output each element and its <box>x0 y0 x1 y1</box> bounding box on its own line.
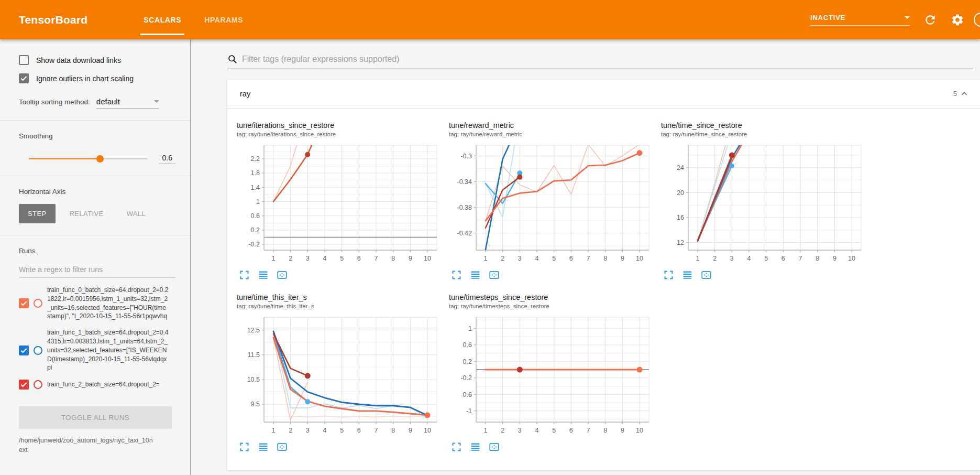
svg-text:7: 7 <box>587 255 590 262</box>
svg-text:9: 9 <box>621 255 624 262</box>
run-checkbox[interactable] <box>19 298 29 308</box>
data-table-icon[interactable] <box>470 269 481 280</box>
axis-step-button[interactable]: STEP <box>19 204 56 223</box>
fit-domain-icon[interactable] <box>489 441 500 452</box>
svg-text:5: 5 <box>552 255 556 262</box>
caret-down-icon <box>905 16 910 19</box>
svg-text:3: 3 <box>518 255 522 262</box>
chart-title: tune/time_this_iter_s <box>237 293 449 301</box>
fullscreen-icon[interactable] <box>239 441 250 452</box>
gear-icon[interactable] <box>951 13 964 27</box>
svg-text:1: 1 <box>483 427 487 434</box>
svg-text:24: 24 <box>677 164 684 171</box>
line-chart[interactable]: 2420161212345678910 <box>661 143 866 267</box>
run-name: train_func_0_batch_size=64,dropout_2=0.2… <box>47 286 169 321</box>
chart-card: tune/time_this_iter_s tag: ray/tune/time… <box>237 293 449 452</box>
line-chart[interactable]: -0.3-0.34-0.38-0.4212345678910 <box>449 143 654 267</box>
smoothing-slider[interactable] <box>29 158 148 159</box>
svg-text:-0.34: -0.34 <box>457 178 472 186</box>
data-table-icon[interactable] <box>682 269 693 280</box>
svg-text:2.2: 2.2 <box>251 155 260 163</box>
ray-card-header[interactable]: ray 5 <box>227 80 980 109</box>
svg-text:4: 4 <box>535 427 539 434</box>
svg-text:0.6: 0.6 <box>463 341 472 349</box>
fullscreen-icon[interactable] <box>451 441 462 452</box>
data-table-icon[interactable] <box>258 441 269 452</box>
svg-text:8: 8 <box>816 255 819 262</box>
svg-text:12: 12 <box>677 239 684 246</box>
fit-domain-icon[interactable] <box>277 269 288 280</box>
tab-scalars[interactable]: SCALARS <box>132 0 193 39</box>
svg-text:5: 5 <box>764 255 768 262</box>
svg-text:0.6: 0.6 <box>251 212 260 220</box>
caret-down-icon <box>154 100 159 103</box>
chart-toolbar <box>661 269 873 280</box>
svg-text:-0.6: -0.6 <box>460 391 472 398</box>
svg-text:2: 2 <box>501 427 504 434</box>
svg-text:-0.2: -0.2 <box>460 374 472 382</box>
fit-domain-icon[interactable] <box>701 269 712 280</box>
data-table-icon[interactable] <box>258 269 269 280</box>
refresh-icon[interactable] <box>923 13 937 27</box>
svg-text:8: 8 <box>603 427 607 434</box>
axis-wall-button[interactable]: WALL <box>118 204 155 223</box>
toggle-all-runs-button[interactable]: TOGGLE ALL RUNS <box>19 406 172 429</box>
runs-filter-input[interactable] <box>19 262 175 277</box>
line-chart[interactable]: 10.60.2-0.2-0.6-112345678910 <box>449 315 654 439</box>
reload-status-select[interactable]: INACTIVE <box>810 14 910 26</box>
svg-text:1: 1 <box>271 427 275 434</box>
run-checkbox[interactable] <box>19 346 29 355</box>
ray-card: ray 5 tune/iterations_since_restore tag:… <box>227 80 980 470</box>
run-radio[interactable] <box>34 380 42 389</box>
reload-status-value: INACTIVE <box>810 14 845 21</box>
svg-text:11.5: 11.5 <box>248 351 260 359</box>
line-chart[interactable]: 2.21.81.410.60.2-0.212345678910 <box>237 143 442 267</box>
fullscreen-icon[interactable] <box>663 269 674 280</box>
chart-toolbar <box>237 441 449 452</box>
svg-text:-0.42: -0.42 <box>457 230 472 237</box>
svg-text:10: 10 <box>424 427 431 434</box>
chevron-up-icon[interactable] <box>960 90 968 98</box>
svg-text:2: 2 <box>289 255 292 262</box>
chart-card: tune/time_since_restore tag: ray/tune/ti… <box>661 121 873 280</box>
fullscreen-icon[interactable] <box>451 269 462 280</box>
slider-thumb[interactable] <box>96 155 104 163</box>
svg-text:-0.2: -0.2 <box>248 241 260 248</box>
tooltip-sorting-label: Tooltip sorting method: <box>19 98 90 106</box>
svg-text:9.5: 9.5 <box>251 401 260 408</box>
checkbox-show-download-links[interactable]: Show data download links <box>19 55 175 65</box>
settings-sidebar: Show data download links Ignore outliers… <box>0 39 191 475</box>
run-row[interactable]: train_func_0_batch_size=64,dropout_2=0.2… <box>19 286 175 321</box>
svg-text:4: 4 <box>747 255 751 262</box>
svg-text:-1: -1 <box>466 407 472 415</box>
run-row[interactable]: train_func_1_batch_size=64,dropout_2=0.4… <box>19 328 175 372</box>
svg-text:4: 4 <box>323 255 327 262</box>
svg-text:1: 1 <box>468 325 472 332</box>
svg-text:8: 8 <box>391 427 395 434</box>
svg-text:5: 5 <box>552 427 556 434</box>
svg-text:5: 5 <box>340 255 344 262</box>
line-chart[interactable]: 12.511.510.59.512345678910 <box>237 315 442 439</box>
charts-grid: tune/iterations_since_restore tag: ray/t… <box>227 109 980 470</box>
run-radio[interactable] <box>34 299 42 308</box>
checkbox-ignore-outliers[interactable]: Ignore outliers in chart scaling <box>19 73 175 83</box>
tab-hparams[interactable]: HPARAMS <box>193 0 255 39</box>
tooltip-sorting-select[interactable]: default <box>96 97 159 109</box>
chart-title: tune/iterations_since_restore <box>237 121 449 129</box>
chart-count: 5 <box>953 90 957 98</box>
fit-domain-icon[interactable] <box>489 269 500 280</box>
run-checkbox[interactable] <box>19 380 29 390</box>
tag-filter-input[interactable] <box>242 55 973 64</box>
fit-domain-icon[interactable] <box>277 441 288 452</box>
fullscreen-icon[interactable] <box>239 269 250 280</box>
run-name: train_func_2_batch_size=64,dropout_2= <box>47 380 169 389</box>
svg-text:1: 1 <box>271 255 275 262</box>
axis-relative-button[interactable]: RELATIVE <box>61 204 113 223</box>
svg-text:1.4: 1.4 <box>251 184 260 191</box>
run-row[interactable]: train_func_2_batch_size=64,dropout_2= <box>19 380 175 390</box>
svg-text:7: 7 <box>375 427 378 434</box>
svg-text:10: 10 <box>424 255 431 262</box>
data-table-icon[interactable] <box>470 441 481 452</box>
svg-text:9: 9 <box>621 427 624 434</box>
run-radio[interactable] <box>34 346 42 355</box>
